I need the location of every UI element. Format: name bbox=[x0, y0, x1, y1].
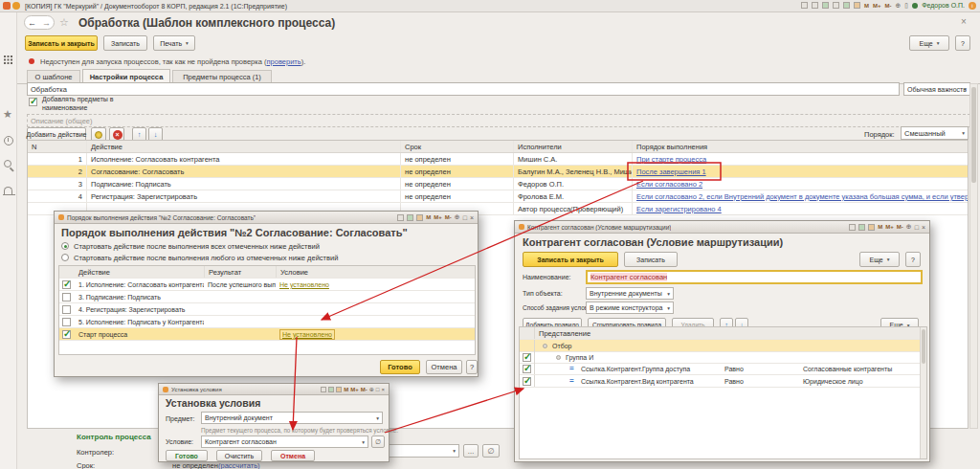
col-order[interactable]: Порядок выполнения bbox=[633, 141, 968, 152]
zoom-icon[interactable]: ⊕ bbox=[895, 2, 901, 10]
scrollbar-thumb[interactable] bbox=[971, 87, 976, 183]
table-row-selected[interactable]: 2 Согласование: Согласовать не определен… bbox=[28, 166, 968, 178]
send-icon[interactable] bbox=[822, 2, 829, 9]
font-larger-icon[interactable]: M+ bbox=[873, 3, 881, 9]
radio-start-after-all[interactable] bbox=[61, 242, 69, 250]
close-icon[interactable]: × bbox=[470, 214, 474, 221]
back-arrow-icon[interactable]: ← bbox=[28, 18, 36, 28]
controller-open-button[interactable]: ∅ bbox=[482, 444, 500, 458]
col-action[interactable]: Действие bbox=[87, 141, 401, 152]
font-larger-icon[interactable]: M+ bbox=[350, 387, 359, 392]
col-condition[interactable]: Условие bbox=[276, 266, 475, 278]
object-type-select[interactable]: Внутренние документы bbox=[586, 287, 674, 300]
font-larger-icon[interactable]: M+ bbox=[885, 224, 894, 230]
save-button[interactable]: Записать bbox=[103, 35, 147, 51]
order-row[interactable]: 5. Исполнение: Подписать у Контрагента bbox=[59, 316, 475, 328]
app-icon[interactable] bbox=[3, 2, 11, 10]
row-checkbox-checked[interactable] bbox=[62, 280, 71, 289]
condition-link[interactable]: Не установлено bbox=[282, 331, 332, 338]
store-settings-icon[interactable] bbox=[397, 214, 404, 221]
font-normal-icon[interactable]: M bbox=[344, 387, 348, 392]
font-normal-icon[interactable]: M bbox=[878, 224, 882, 230]
preview-icon[interactable] bbox=[833, 2, 839, 9]
save-button[interactable]: Записать bbox=[624, 252, 678, 267]
cancel-button[interactable]: Отмена bbox=[271, 450, 315, 461]
order-row[interactable]: 1. Исполнение: Согласовать контрагента П… bbox=[59, 279, 475, 291]
change-form-icon[interactable] bbox=[868, 224, 875, 231]
done-button[interactable]: Готово bbox=[166, 450, 208, 461]
info-icon[interactable]: i bbox=[969, 2, 976, 10]
restore-settings-icon[interactable] bbox=[407, 214, 413, 221]
restore-settings-icon[interactable] bbox=[858, 224, 865, 231]
table-row[interactable]: 4 Регистрация: Зарегистрировать не опред… bbox=[28, 190, 968, 203]
close-form-icon[interactable]: × bbox=[961, 16, 967, 27]
more-button[interactable]: Еще bbox=[859, 252, 900, 267]
col-view[interactable]: Представление bbox=[535, 327, 918, 339]
table-row[interactable]: 1 Исполнение: Согласовать контрагента не… bbox=[28, 153, 968, 166]
row-order-link[interactable]: После завершения 1 bbox=[636, 168, 706, 176]
panel-icon[interactable]: ▯ bbox=[904, 2, 908, 10]
tab-about[interactable]: О шаблоне bbox=[27, 70, 80, 83]
col-action[interactable]: Действие bbox=[75, 266, 204, 278]
row-order-link[interactable]: Если зарегистрировано 4 bbox=[636, 205, 722, 213]
rules-scrollbar[interactable] bbox=[920, 327, 926, 458]
condition-link[interactable]: Не установлено bbox=[279, 281, 329, 288]
tab-subjects[interactable]: Предметы процесса (1) bbox=[172, 70, 272, 83]
store-settings-icon[interactable] bbox=[321, 387, 326, 392]
maximize-icon[interactable]: □ bbox=[376, 387, 380, 392]
print-icon[interactable] bbox=[812, 2, 818, 9]
add-subjects-checkbox[interactable] bbox=[29, 98, 37, 106]
calculator-icon[interactable] bbox=[854, 2, 860, 9]
history-clock-icon[interactable] bbox=[4, 136, 13, 145]
forward-arrow-icon[interactable]: → bbox=[42, 18, 51, 28]
maximize-icon[interactable]: □ bbox=[463, 214, 467, 221]
calendar-icon[interactable] bbox=[843, 2, 850, 9]
rules-scrollbar-thumb[interactable] bbox=[922, 329, 925, 364]
tab-settings[interactable]: Настройки процесса bbox=[82, 69, 170, 83]
font-smaller-icon[interactable]: M- bbox=[897, 224, 903, 230]
zoom-icon[interactable]: ⊕ bbox=[369, 386, 374, 392]
condition-open-button[interactable]: ∅ bbox=[371, 436, 385, 448]
row-order-link[interactable]: Если согласовано 2 bbox=[636, 180, 702, 189]
current-user[interactable]: Федоров О.П. bbox=[922, 2, 965, 9]
col-result[interactable]: Результат bbox=[204, 266, 276, 278]
help-button[interactable]: ? bbox=[466, 360, 478, 374]
row-checkbox[interactable] bbox=[62, 305, 71, 314]
row-order-link[interactable]: Если согласовано 2, если Внутренний доку… bbox=[636, 192, 968, 201]
tree-row-condition[interactable]: Ссылка.Контрагент.Вид контрагента Равно … bbox=[520, 375, 926, 388]
change-form-icon[interactable] bbox=[416, 214, 423, 221]
controller-choose-button[interactable]: … bbox=[463, 444, 479, 458]
font-normal-icon[interactable]: M bbox=[426, 214, 431, 220]
col-performers[interactable]: Исполнители bbox=[514, 141, 633, 152]
save-close-button[interactable]: Записать и закрыть bbox=[523, 252, 618, 267]
order-row[interactable]: 3. Подписание: Подписать bbox=[59, 291, 475, 303]
save-icon[interactable] bbox=[801, 2, 808, 9]
vertical-scrollbar[interactable] bbox=[969, 83, 978, 429]
maximize-icon[interactable]: □ bbox=[915, 224, 919, 231]
col-term[interactable]: Срок bbox=[401, 141, 514, 152]
print-button[interactable]: Печать bbox=[153, 35, 195, 51]
help-button[interactable]: ? bbox=[905, 252, 921, 267]
description-input[interactable]: Описание (общее) bbox=[27, 114, 970, 127]
order-select[interactable]: Смешанный bbox=[901, 126, 969, 140]
tree-row-condition[interactable]: Ссылка.Контрагент.Группа доступа Равно С… bbox=[520, 363, 926, 375]
order-row[interactable]: 4. Регистрация: Зарегистрировать bbox=[59, 303, 475, 316]
row-checkbox[interactable] bbox=[62, 318, 71, 326]
font-smaller-icon[interactable]: M- bbox=[445, 214, 452, 220]
setcond-dialog-titlebar[interactable]: Установка условия M M+ M- ⊕ □ × bbox=[159, 384, 389, 395]
name-input[interactable]: Контрагент согласован bbox=[586, 270, 923, 284]
subject-select[interactable]: Внутренний документ bbox=[201, 412, 383, 424]
importance-select[interactable]: Обычная важность bbox=[903, 82, 970, 96]
favorites-star-icon[interactable]: ★ bbox=[3, 108, 12, 121]
app-icon-2[interactable] bbox=[12, 2, 20, 10]
user-icon[interactable] bbox=[912, 3, 918, 9]
done-button[interactable]: Готово bbox=[380, 360, 420, 374]
font-normal-icon[interactable]: M bbox=[864, 3, 869, 9]
more-button[interactable]: Еще bbox=[909, 35, 949, 51]
order-dialog-titlebar[interactable]: Порядок выполнения действия "№2 Согласов… bbox=[55, 212, 478, 224]
notifications-bell-icon[interactable] bbox=[4, 187, 12, 194]
store-settings-icon[interactable] bbox=[849, 224, 856, 231]
menu-grid-icon[interactable] bbox=[4, 56, 6, 57]
row-order-link[interactable]: При старте процесса bbox=[636, 155, 706, 164]
zoom-icon[interactable]: ⊕ bbox=[906, 223, 912, 231]
